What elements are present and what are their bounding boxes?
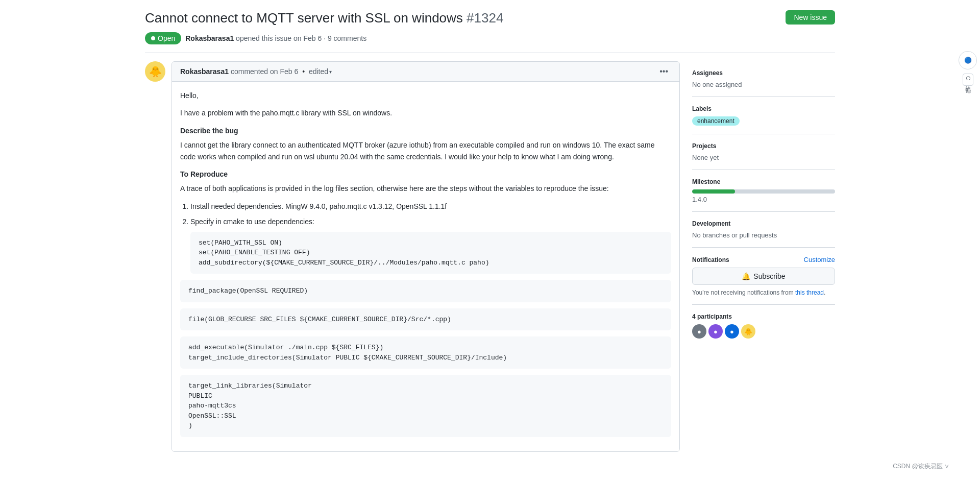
code-line: OpenSSL::SSL: [188, 411, 663, 421]
issue-number: #1324: [467, 10, 503, 26]
customize-link[interactable]: Customize: [804, 256, 835, 263]
participant-avatar-3: ●: [725, 324, 739, 339]
development-section: Development No branches or pull requests: [692, 212, 835, 248]
bug-text: I cannot get the library connect to an a…: [180, 139, 671, 162]
issue-meta-text: Rokasbarasa1 opened this issue on Feb 6 …: [185, 34, 366, 42]
comment-author: Rokasbarasa1: [180, 67, 229, 76]
code-block-5: target_link_libraries(Simulator PUBLIC p…: [180, 375, 671, 437]
code-line: set(PAHO_ENABLE_TESTING OFF): [199, 248, 663, 258]
main-layout: 🐥 Rokasbarasa1 commented on Feb 6 • edit…: [145, 61, 835, 452]
projects-title: Projects: [692, 142, 835, 150]
bug-heading: Describe the bug: [180, 125, 671, 136]
labels-title: Labels: [692, 105, 835, 112]
issue-author: Rokasbarasa1: [185, 34, 234, 42]
assignees-title: Assignees: [692, 69, 835, 77]
projects-section: Projects None yet: [692, 134, 835, 170]
participant-avatar-1: ●: [692, 324, 706, 339]
status-text: Open: [158, 34, 175, 42]
participant-avatar-2: ●: [708, 324, 723, 339]
notifications-hint: You're not receiving notifications from …: [692, 289, 835, 296]
edited-label: edited: [309, 67, 328, 76]
participants-title: 4 participants: [692, 313, 835, 320]
assignees-value: No one assigned: [692, 81, 835, 88]
chevron-down-icon[interactable]: ▾: [329, 69, 332, 75]
code-line: target_link_libraries(Simulator: [188, 381, 663, 391]
participants-section: 4 participants ● ● ● 🐥: [692, 305, 835, 347]
right-panel-item-1: 🔵: [959, 51, 977, 69]
comment-block: 🐥 Rokasbarasa1 commented on Feb 6 • edit…: [145, 61, 680, 452]
code-line: set(PAHO_WITH_SSL ON): [199, 238, 663, 248]
participant-avatar-4: 🐥: [741, 324, 755, 339]
steps-list: Install needed dependencies. MingW 9.4.0…: [190, 201, 671, 274]
reproduce-heading: To Reproduce: [180, 169, 671, 180]
code-line: paho-mqtt3cs: [188, 401, 663, 411]
code-block-4: add_executable(Simulator ./main.cpp ${SR…: [180, 336, 671, 369]
avatar: 🐥: [145, 61, 165, 82]
step2-label: Specify in cmake to use dependencies:: [190, 218, 314, 226]
notifications-title: Notifications: [692, 256, 729, 263]
right-panel: 🔵 C 笔 记: [955, 51, 980, 86]
comment-header: Rokasbarasa1 commented on Feb 6 • edited…: [172, 62, 679, 82]
issue-header: Cannot connect to MQTT server with SSL o…: [145, 10, 835, 26]
right-label-c: C: [965, 76, 971, 80]
step1: Install needed dependencies. MingW 9.4.0…: [190, 201, 671, 212]
label-badge[interactable]: enhancement: [692, 116, 740, 126]
code-block-3: file(GLOB_RECURSE SRC_FILES ${CMAKE_CURR…: [180, 308, 671, 331]
new-issue-button[interactable]: New issue: [786, 10, 835, 25]
subscribe-label: Subscribe: [753, 272, 785, 280]
projects-value: None yet: [692, 154, 835, 161]
header-divider: [145, 53, 835, 53]
code-line: file(GLOB_RECURSE SRC_FILES ${CMAKE_CURR…: [188, 315, 663, 325]
comment-container: Rokasbarasa1 commented on Feb 6 • edited…: [172, 61, 680, 452]
code-line: PUBLIC: [188, 391, 663, 401]
edited-badge: edited ▾: [309, 67, 332, 76]
participants-row: ● ● ● 🐥: [692, 324, 835, 339]
step2: Specify in cmake to use dependencies: se…: [190, 216, 671, 274]
code-line: ): [188, 421, 663, 431]
code-line: add_executable(Simulator ./main.cpp ${SR…: [188, 343, 663, 353]
labels-section: Labels enhancement: [692, 97, 835, 134]
status-badge: Open: [145, 32, 181, 44]
assignees-section: Assignees No one assigned: [692, 61, 835, 97]
code-line: find_package(OpenSSL REQUIRED): [188, 286, 663, 296]
issue-title-text: Cannot connect to MQTT server with SSL o…: [145, 10, 463, 26]
issue-title: Cannot connect to MQTT server with SSL o…: [145, 10, 777, 26]
greeting: Hello,: [180, 90, 671, 101]
code-block-1: set(PAHO_WITH_SSL ON) set(PAHO_ENABLE_TE…: [190, 232, 671, 274]
issue-meta: Open Rokasbarasa1 opened this issue on F…: [145, 32, 835, 44]
subscribe-button[interactable]: 🔔 Subscribe: [692, 268, 835, 285]
notifications-hint-text: You're not receiving notifications from: [692, 289, 794, 296]
status-dot: [151, 36, 155, 40]
notifications-hint-period: .: [824, 289, 825, 296]
code-line: target_include_directories(Simulator PUB…: [188, 353, 663, 363]
development-title: Development: [692, 220, 835, 227]
development-value: No branches or pull requests: [692, 231, 835, 239]
code-line: add_subdirectory(${CMAKE_CURRENT_SOURCE_…: [199, 258, 663, 268]
thread-link[interactable]: this thread: [795, 289, 824, 296]
milestone-version: 1.4.0: [692, 196, 835, 203]
reproduce-intro: A trace of both applications is provided…: [180, 183, 671, 194]
milestone-section: Milestone 1.4.0: [692, 170, 835, 212]
comment-action: commented on Feb 6: [231, 67, 298, 76]
notifications-section: Notifications Customize 🔔 Subscribe You'…: [692, 248, 835, 305]
milestone-progress-bar: [692, 189, 835, 194]
right-icon-1: 🔵: [964, 57, 972, 64]
right-panel-label: C 笔 记: [963, 74, 973, 86]
comment-body: Hello, I have a problem with the paho.mq…: [172, 82, 679, 451]
sidebar: Assignees No one assigned Labels enhance…: [692, 61, 835, 347]
issue-action-text: opened this issue on Feb 6: [236, 34, 322, 42]
content-area: 🐥 Rokasbarasa1 commented on Feb 6 • edit…: [145, 61, 680, 452]
bell-icon: 🔔: [742, 272, 750, 280]
comments-count: 9 comments: [328, 34, 366, 42]
comment-more-button[interactable]: •••: [656, 66, 671, 77]
intro: I have a problem with the paho.mqtt.c li…: [180, 107, 671, 118]
milestone-title: Milestone: [692, 178, 835, 185]
comment-header-left: Rokasbarasa1 commented on Feb 6 • edited…: [180, 67, 332, 76]
code-block-2: find_package(OpenSSL REQUIRED): [180, 280, 671, 302]
milestone-progress-fill: [692, 189, 735, 194]
